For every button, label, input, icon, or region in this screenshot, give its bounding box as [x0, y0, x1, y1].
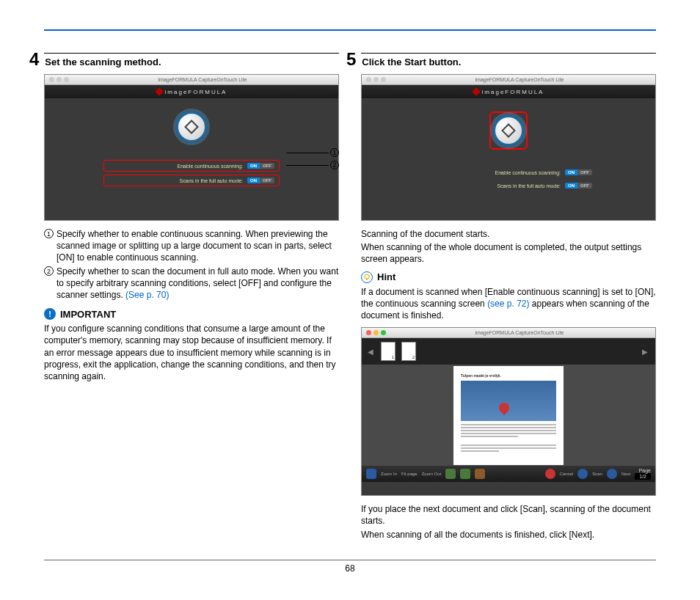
right-column: 5 Click the Start button. imageFORMULA C…: [361, 53, 656, 546]
step-number: 4: [29, 51, 39, 68]
toggle-off: OFF: [577, 169, 592, 175]
thumbnail[interactable]: 2: [401, 342, 416, 361]
traffic-light-icon: [366, 77, 371, 82]
brand-logo-icon: [155, 87, 163, 95]
scan-options: Enable continuous scanning: ON OFF Scans…: [420, 167, 597, 194]
rotate-left-icon[interactable]: [445, 469, 456, 479]
highlight-box: [489, 111, 528, 150]
body-text: When scanning of all the documents is fi…: [361, 529, 656, 541]
toolbar-label: Zoom Out: [422, 472, 442, 476]
mac-window-titlebar: imageFORMULA CaptureOnTouch Lite: [362, 75, 655, 85]
body-text: If you place the next document and click…: [361, 503, 656, 527]
traffic-light-close-icon: [366, 330, 371, 335]
rotate-right-icon[interactable]: [460, 469, 470, 479]
start-button-wrap: [176, 111, 207, 142]
callout-number: 2: [330, 161, 339, 169]
option-full-auto-mode: Scans in the full auto mode: ON OFF: [103, 175, 280, 186]
toggle-on: ON: [247, 178, 260, 183]
option-full-auto-mode: Scans in the full auto mode: ON OFF: [420, 180, 597, 191]
next-arrow-icon[interactable]: ▶: [642, 348, 649, 356]
item-number: 1: [44, 229, 54, 238]
scan-button-icon[interactable]: [577, 469, 588, 479]
app-brand-bar: imageFORMULA: [45, 85, 338, 98]
option-continuous-scanning: Enable continuous scanning: ON OFF: [103, 160, 280, 172]
footer: 68: [44, 560, 656, 574]
important-label: IMPORTANT: [60, 309, 116, 320]
item-number: 2: [44, 266, 54, 276]
next-button-icon[interactable]: [607, 469, 617, 479]
option-continuous-scanning: Enable continuous scanning: ON OFF: [420, 167, 597, 178]
preview-toolbar: Zoom In Fit page Zoom Out Cancel Scan Ne…: [362, 466, 655, 482]
brand-logo-icon: [472, 87, 480, 95]
toggle-off: OFF: [577, 183, 592, 189]
thumb-number: 1: [392, 355, 394, 359]
callout-number: 1: [330, 148, 339, 157]
callout-2: 2: [330, 160, 339, 169]
hint-text: If a document is scanned when [Enable co…: [361, 286, 656, 322]
step-title: Click the Start button.: [362, 56, 461, 67]
manual-page: 4 Set the scanning method. imageFORMULA …: [0, 0, 700, 588]
scan-options: Enable continuous scanning: ON OFF Scans…: [103, 160, 280, 189]
preview-photo: [461, 381, 556, 421]
item-text: Specify whether to scan the document in …: [56, 266, 339, 301]
page-label: Page: [635, 468, 651, 473]
callout-leader-line: [286, 165, 329, 166]
app-body: Enable continuous scanning: ON OFF Scans…: [362, 98, 655, 220]
diamond-icon: [184, 120, 199, 134]
brand-text: imageFORMULA: [482, 89, 544, 95]
left-column: 4 Set the scanning method. imageFORMULA …: [44, 53, 339, 546]
toggle-auto-mode[interactable]: ON OFF: [247, 178, 274, 183]
traffic-light-icon: [381, 77, 386, 82]
traffic-light-icon: [373, 77, 379, 82]
page-value: 1/2: [635, 473, 651, 480]
callout-leader-line: [286, 153, 329, 153]
thumb-number: 2: [412, 355, 415, 359]
cross-reference-link[interactable]: (see p. 72): [487, 299, 529, 309]
hint-callout-header: Hint: [361, 271, 656, 283]
delete-icon[interactable]: [475, 469, 485, 479]
screenshot-set-scanning-method: imageFORMULA CaptureOnTouch Lite imageFO…: [44, 74, 339, 221]
list-item: 1 Specify whether to enable continuous s…: [44, 228, 339, 264]
toggle-continuous[interactable]: ON OFF: [565, 169, 592, 175]
toolbar-label: Scan: [592, 472, 602, 476]
item-text: Specify whether to enable continuous sca…: [56, 228, 339, 264]
traffic-light-zoom-icon: [381, 330, 386, 335]
cancel-button-icon[interactable]: [545, 469, 555, 479]
svg-point-0: [365, 274, 369, 279]
toggle-on: ON: [565, 183, 577, 189]
body-text: Scanning of the document starts.: [361, 228, 656, 240]
option-label: Scans in the full auto mode:: [425, 183, 561, 189]
toggle-off: OFF: [260, 178, 274, 183]
step-number: 5: [346, 51, 356, 68]
zoom-in-icon[interactable]: [366, 469, 376, 479]
toggle-on: ON: [565, 169, 577, 175]
lightbulb-icon: [363, 274, 371, 281]
option-label: Enable continuous scanning:: [109, 164, 243, 169]
page-indicator: Page 1/2: [635, 468, 651, 480]
traffic-light-icon: [49, 77, 54, 82]
toggle-on: ON: [247, 163, 260, 169]
window-title: imageFORMULA CaptureOnTouch Lite: [71, 77, 334, 82]
toggle-auto-mode[interactable]: ON OFF: [565, 183, 592, 189]
start-scan-button[interactable]: [493, 115, 524, 146]
thumbnail[interactable]: 1: [381, 342, 395, 361]
important-icon: !: [44, 308, 56, 320]
step-5-header: 5 Click the Start button.: [361, 53, 656, 70]
svg-rect-1: [366, 279, 368, 280]
hint-icon: [361, 271, 373, 283]
screenshot-continuous-scanning: imageFORMULA CaptureOnTouch Lite ◀ 1 2 ▶…: [361, 327, 656, 496]
prev-arrow-icon[interactable]: ◀: [368, 348, 375, 356]
diamond-icon: [501, 123, 516, 138]
app-brand-bar: imageFORMULA: [362, 85, 655, 98]
cross-reference-link[interactable]: (See p. 70): [125, 290, 169, 300]
numbered-list: 1 Specify whether to enable continuous s…: [44, 228, 339, 301]
important-text: If you configure scanning conditions tha…: [44, 323, 339, 382]
page-number: 68: [345, 563, 354, 574]
toolbar-label: Zoom In: [381, 472, 397, 476]
toolbar-label: Fit page: [401, 472, 418, 476]
item-text-part: Specify whether to scan the document in …: [56, 266, 338, 300]
start-scan-button[interactable]: [176, 111, 207, 142]
traffic-light-icon: [64, 77, 69, 82]
window-title: imageFORMULA CaptureOnTouch Lite: [388, 77, 651, 82]
toggle-continuous[interactable]: ON OFF: [247, 163, 274, 169]
